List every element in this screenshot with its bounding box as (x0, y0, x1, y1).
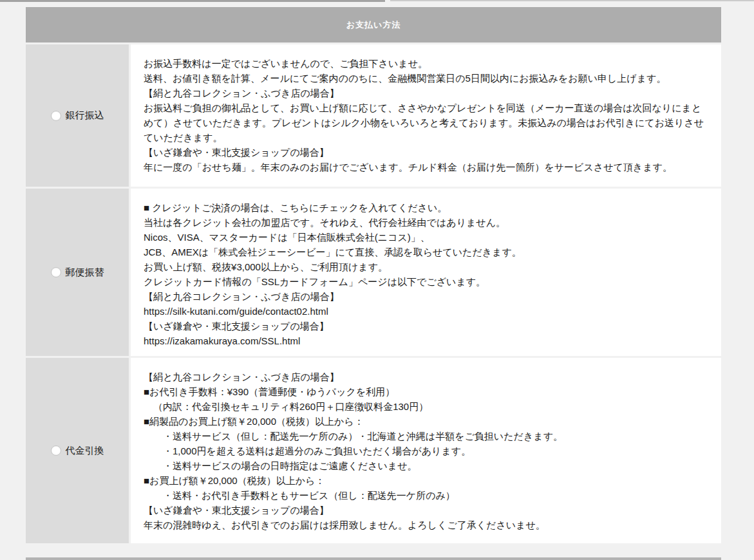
description-line: 年に一度の「おせち麺」。年末のみのお届けでございます。チルド料金（お届け先一箇所… (144, 160, 708, 174)
payment-option-cell-cash-on-delivery[interactable]: 代金引換 (26, 358, 129, 543)
payment-option-cell-bank-transfer[interactable]: 銀行振込 (26, 44, 129, 187)
payment-description-cash-on-delivery: 【絹と九谷コレクション・ふづき店の場合】■お代引き手数料：¥390（普通郵便・ゆ… (131, 358, 721, 543)
payment-option-label: 代金引換 (66, 445, 104, 457)
payment-option-label: 銀行振込 (66, 109, 104, 122)
description-line: （内訳：代金引換セキュリティ料260円＋口座徴収料金130円） (144, 399, 708, 414)
description-line: ・送料サービス（但し：配送先一ケ所のみ）・北海道と沖縄は半額をご負担いただきます… (144, 429, 708, 443)
payment-description-postal-transfer: ■ クレジットご決済の場合は、こちらにチェックを入れてください。当社は各クレジッ… (131, 189, 721, 356)
radio-button-bank-transfer[interactable] (51, 111, 61, 121)
description-line: クレジットカード情報の「SSLカードフォーム」ページは以下でございます。 (144, 274, 708, 289)
description-line: https://izakamakuraya.com/SSL.html (144, 333, 708, 348)
description-line: JCB、AMEXは「株式会社ジェーシービー」にて直接、承認を取らせていただきます… (144, 245, 708, 259)
description-line: お振込料ご負担の御礼品として、お買い上げ額に応じて、ささやかなプレゼントを同送（… (144, 100, 708, 145)
description-line: 送料、お値引き額を計算、メールにてご案内ののちに、金融機関営業日の5日間以内にお… (144, 71, 708, 86)
description-line: ・送料・お代引き手数料ともサービス（但し：配送先一ケ所のみ） (144, 488, 708, 503)
description-line: ■お買上げ額￥20,000（税抜）以上から： (144, 473, 708, 488)
description-line: 当社は各クレジット会社の加盟店です。それゆえ、代行会社経由ではありません。 (144, 215, 708, 230)
description-line: 年末の混雑時ゆえ、お代引きでのお届けは採用致しません。よろしくご了承くださいませ… (144, 518, 708, 532)
top-divider-left-segment (0, 0, 385, 2)
description-line: Nicos、VISA、マスターカードは「日本信販株式会社(ニコス)」、 (144, 230, 708, 245)
description-line: 【いざ鎌倉や・東北支援ショップの場合】 (144, 145, 708, 160)
description-line: 【絹と九谷コレクション・ふづき店の場合】 (144, 369, 708, 384)
description-line: ■絹製品のお買上げ額￥20,000（税抜）以上から： (144, 414, 708, 429)
description-line: ■お代引き手数料：¥390（普通郵便・ゆうパックを利用） (144, 384, 708, 399)
next-section-header-partial (26, 557, 721, 560)
payment-option-cell-postal-transfer[interactable]: 郵便振替 (26, 189, 129, 356)
description-line: 【絹と九谷コレクション・ふづき店の場合】 (144, 289, 708, 304)
payment-row-bank-transfer: 銀行振込 お振込手数料は一定ではございませんので、ご負担下さいませ。送料、お値引… (26, 44, 721, 187)
description-line: お振込手数料は一定ではございませんので、ご負担下さいませ。 (144, 56, 708, 71)
payment-row-cash-on-delivery: 代金引換 【絹と九谷コレクション・ふづき店の場合】■お代引き手数料：¥390（普… (26, 358, 721, 543)
payment-option-label: 郵便振替 (66, 266, 104, 279)
description-line: 【いざ鎌倉や・東北支援ショップの場合】 (144, 319, 708, 333)
payment-table-title: お支払い方法 (346, 19, 401, 31)
radio-button-cash-on-delivery[interactable] (51, 445, 61, 456)
description-line: 【いざ鎌倉や・東北支援ショップの場合】 (144, 503, 708, 518)
payment-row-postal-transfer: 郵便振替 ■ クレジットご決済の場合は、こちらにチェックを入れてください。当社は… (26, 189, 721, 356)
description-line: ・1,000円を超える送料は超過分のみご負担いただく場合があります。 (144, 443, 708, 458)
description-line: https://silk-kutani.com/guide/contact02.… (144, 304, 708, 319)
description-line: お買い上げ額、税抜¥3,000以上から、ご利用頂けます。 (144, 259, 708, 274)
radio-button-postal-transfer[interactable] (51, 267, 61, 277)
payment-method-table: お支払い方法 銀行振込 お振込手数料は一定ではございませんので、ご負担下さいませ… (26, 7, 721, 543)
payment-table-header: お支払い方法 (26, 7, 721, 42)
top-divider (0, 0, 754, 3)
payment-description-bank-transfer: お振込手数料は一定ではございませんので、ご負担下さいませ。送料、お値引き額を計算… (131, 44, 721, 187)
description-line: ■ クレジットご決済の場合は、こちらにチェックを入れてください。 (144, 200, 708, 215)
description-line: 【絹と九谷コレクション・ふづき店の場合】 (144, 86, 708, 100)
top-divider-right-segment (390, 0, 754, 1)
description-line: ・送料サービスの場合の日時指定はご遠慮くださいませ。 (144, 458, 708, 473)
